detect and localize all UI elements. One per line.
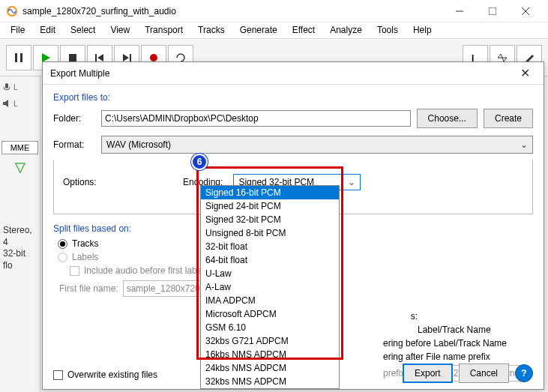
- overwrite-label: Overwrite existing files: [67, 370, 157, 380]
- first-file-input: [123, 280, 213, 297]
- svg-marker-7: [42, 53, 50, 62]
- speaker-icon: [1, 98, 12, 109]
- menu-select[interactable]: Select: [63, 22, 103, 38]
- svg-marker-10: [97, 54, 103, 61]
- help-button[interactable]: ?: [515, 364, 533, 382]
- dropdown-item[interactable]: 32kbs G721 ADPCM: [201, 334, 339, 348]
- svg-rect-6: [20, 53, 22, 62]
- folder-label: Folder:: [53, 113, 95, 124]
- menu-help[interactable]: Help: [406, 22, 439, 38]
- svg-rect-8: [69, 54, 76, 61]
- dropdown-item[interactable]: Microsoft ADPCM: [201, 307, 339, 321]
- overwrite-checkbox[interactable]: [53, 370, 63, 380]
- choose-button[interactable]: Choose...: [417, 109, 478, 128]
- svg-marker-11: [123, 54, 129, 61]
- format-value: WAV (Microsoft): [106, 139, 171, 150]
- cancel-button[interactable]: Cancel: [459, 364, 509, 383]
- audio-host-combo[interactable]: MME: [1, 141, 38, 154]
- folder-input[interactable]: [101, 110, 411, 127]
- menu-generate[interactable]: Generate: [232, 22, 285, 38]
- meter-label-l: L: [13, 83, 18, 91]
- svg-rect-12: [130, 54, 131, 61]
- dialog-titlebar: Export Multiple ✕: [43, 62, 544, 85]
- create-button[interactable]: Create: [484, 109, 533, 128]
- dialog-title: Export Multiple: [50, 68, 109, 79]
- tracks-radio-label: Tracks: [72, 238, 99, 249]
- format-label: Format:: [53, 139, 95, 150]
- dropdown-item[interactable]: 16kbs NMS ADPCM: [201, 348, 339, 361]
- encoding-dropdown-list: Signed 16-bit PCM Signed 24-bit PCM Sign…: [200, 185, 340, 389]
- menu-view[interactable]: View: [103, 22, 137, 38]
- first-file-label: First file name:: [59, 283, 118, 294]
- close-button[interactable]: [509, 1, 542, 22]
- menu-tools[interactable]: Tools: [370, 22, 406, 38]
- dropdown-item[interactable]: 32-bit float: [201, 240, 339, 253]
- menu-analyze[interactable]: Analyze: [322, 22, 370, 38]
- track-info-label: Stereo, 432-bit flo: [3, 225, 37, 271]
- tracks-radio[interactable]: [58, 239, 67, 249]
- dropdown-item[interactable]: 32kbs NMS ADPCM: [201, 375, 339, 388]
- dropdown-item[interactable]: Signed 32-bit PCM: [201, 213, 339, 226]
- minimize-button[interactable]: [443, 1, 476, 22]
- track-collapse-icon[interactable]: ▽: [1, 159, 38, 175]
- dropdown-item[interactable]: U-Law: [201, 267, 339, 280]
- meter-label-l2: L: [13, 100, 18, 108]
- svg-point-13: [150, 54, 157, 61]
- dropdown-item[interactable]: Signed 16-bit PCM: [201, 186, 339, 199]
- chevron-down-icon: ⌄: [520, 139, 528, 150]
- svg-marker-17: [3, 100, 8, 107]
- menu-effect[interactable]: Effect: [285, 22, 322, 38]
- format-combo[interactable]: WAV (Microsoft) ⌄: [101, 136, 533, 154]
- menu-transport[interactable]: Transport: [137, 22, 190, 38]
- dropdown-item[interactable]: 64-bit float: [201, 253, 339, 267]
- app-titlebar: sample_1280x720_surfing_with_audio: [0, 0, 548, 22]
- svg-rect-5: [15, 53, 17, 62]
- svg-rect-16: [5, 83, 8, 88]
- chevron-down-icon: ⌄: [348, 177, 355, 187]
- svg-rect-2: [489, 7, 496, 15]
- step-badge: 6: [191, 154, 208, 170]
- dropdown-item[interactable]: GSM 6.10: [201, 321, 339, 334]
- svg-marker-15: [498, 54, 507, 61]
- include-audio-checkbox: [70, 266, 79, 276]
- export-button[interactable]: Export: [403, 364, 453, 383]
- labels-radio[interactable]: [58, 253, 67, 262]
- dropdown-item[interactable]: IMA ADPCM: [201, 294, 339, 307]
- dropdown-item[interactable]: Signed 24-bit PCM: [201, 199, 339, 213]
- dropdown-item[interactable]: 24kbs NMS ADPCM: [201, 361, 339, 375]
- app-title: sample_1280x720_surfing_with_audio: [22, 6, 176, 16]
- svg-rect-9: [95, 54, 97, 61]
- labels-radio-label: Labels: [72, 252, 98, 262]
- maximize-button[interactable]: [476, 1, 509, 22]
- menubar: File Edit Select View Transport Tracks G…: [0, 22, 548, 39]
- dropdown-item[interactable]: Unsigned 8-bit PCM: [201, 226, 339, 240]
- menu-edit[interactable]: Edit: [32, 22, 63, 38]
- options-label: Options:: [63, 177, 105, 187]
- include-audio-label: Include audio before first label: [84, 265, 204, 276]
- dialog-close-button[interactable]: ✕: [514, 64, 536, 82]
- dropdown-item[interactable]: A-Law: [201, 280, 339, 294]
- mic-icon: [1, 82, 12, 92]
- menu-tracks[interactable]: Tracks: [190, 22, 232, 38]
- app-icon: [6, 5, 18, 17]
- export-to-label: Export files to:: [53, 92, 533, 103]
- pause-button[interactable]: [6, 45, 31, 70]
- menu-file[interactable]: File: [3, 22, 32, 38]
